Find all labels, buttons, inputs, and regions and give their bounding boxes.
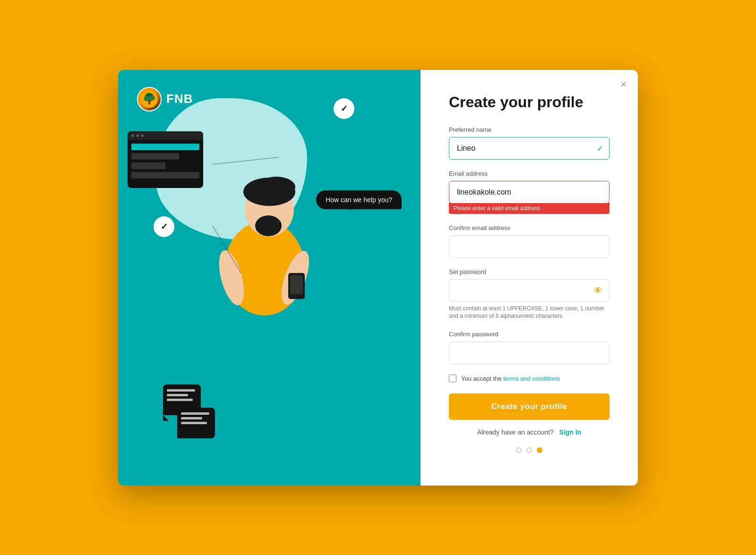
- svg-rect-13: [290, 275, 303, 294]
- browser-dot-1: [131, 134, 134, 137]
- left-panel: FNB ✓ ✓: [118, 70, 421, 486]
- speech-line-2: [167, 394, 188, 396]
- email-group: Email address Please enter a valid email…: [449, 170, 610, 214]
- speech-icon-1: [163, 384, 201, 415]
- fnb-brand-name: FNB: [166, 92, 193, 106]
- confirm-password-group: Confirm password: [449, 331, 610, 364]
- email-wrapper: [449, 181, 610, 204]
- confirm-email-wrapper: [449, 235, 610, 258]
- chat-bubble: How can we help you?: [316, 190, 402, 209]
- eye-icon[interactable]: 👁: [593, 285, 603, 296]
- fnb-logo-icon: [137, 87, 162, 111]
- preferred-name-label: Preferred name: [449, 126, 610, 133]
- browser-dot-3: [141, 134, 144, 137]
- create-profile-button[interactable]: Create your profile: [449, 393, 610, 420]
- browser-content: [128, 140, 203, 185]
- browser-mockup: [128, 131, 203, 188]
- email-input[interactable]: [449, 181, 610, 204]
- email-label: Email address: [449, 170, 610, 177]
- check-circle-left: ✓: [154, 216, 174, 237]
- speech-line-4: [181, 412, 209, 415]
- step-dot-3: [537, 447, 542, 453]
- right-panel: × Create your profile Preferred name ✓ E…: [421, 70, 638, 486]
- browser-bar-3: [131, 162, 165, 169]
- password-label: Set password: [449, 268, 610, 275]
- svg-rect-2: [148, 100, 150, 104]
- browser-bar-2: [131, 153, 179, 160]
- confirm-password-label: Confirm password: [449, 331, 610, 338]
- preferred-name-wrapper: ✓: [449, 137, 610, 160]
- browser-bar-1: [131, 144, 199, 150]
- signin-link[interactable]: Sign In: [559, 428, 581, 436]
- page-title: Create your profile: [449, 94, 610, 111]
- speech-line-5: [181, 417, 202, 419]
- svg-point-4: [149, 95, 155, 100]
- speech-line-1: [167, 389, 195, 392]
- svg-point-8: [258, 177, 295, 197]
- terms-row: You accept the terms and conditions: [449, 375, 610, 382]
- speech-icon-2: [177, 408, 215, 438]
- signin-prompt: Already have an account?: [477, 428, 554, 436]
- preferred-name-input[interactable]: [449, 137, 610, 160]
- preferred-name-group: Preferred name ✓: [449, 126, 610, 160]
- terms-checkbox[interactable]: [449, 375, 456, 382]
- terms-text: You accept the terms and conditions: [461, 375, 560, 382]
- speech-icons: [163, 384, 215, 438]
- signin-row: Already have an account? Sign In: [449, 428, 610, 436]
- speech-icon-1-lines: [163, 384, 201, 406]
- browser-dot-2: [136, 134, 139, 137]
- browser-dots: [128, 131, 203, 140]
- svg-point-9: [255, 215, 282, 236]
- speech-line-3: [167, 399, 193, 401]
- speech-line-6: [181, 422, 207, 424]
- confirm-email-group: Confirm email address: [449, 224, 610, 258]
- confirm-email-label: Confirm email address: [449, 224, 610, 231]
- modal-container: FNB ✓ ✓: [118, 70, 638, 486]
- check-circle-top: ✓: [334, 98, 354, 119]
- password-hint: Must contain at least 1 UPPERCASE, 1 low…: [449, 305, 610, 321]
- password-input[interactable]: [449, 279, 610, 302]
- confirm-password-wrapper: [449, 342, 610, 364]
- svg-point-3: [144, 96, 149, 101]
- step-dot-2: [526, 447, 532, 453]
- check-icon: ✓: [597, 144, 603, 153]
- step-dots: [449, 447, 610, 453]
- close-button[interactable]: ×: [620, 79, 627, 90]
- password-wrapper: 👁: [449, 279, 610, 302]
- confirm-email-input[interactable]: [449, 235, 610, 258]
- fnb-logo: FNB: [137, 87, 193, 111]
- email-error-message: Please enter a valid email address: [449, 203, 610, 214]
- character-illustration: [194, 136, 335, 334]
- password-group: Set password 👁 Must contain at least 1 U…: [449, 268, 610, 321]
- browser-bar-4: [131, 172, 199, 179]
- confirm-password-input[interactable]: [449, 342, 610, 364]
- terms-link[interactable]: terms and conditions: [503, 375, 560, 382]
- step-dot-1: [516, 447, 522, 453]
